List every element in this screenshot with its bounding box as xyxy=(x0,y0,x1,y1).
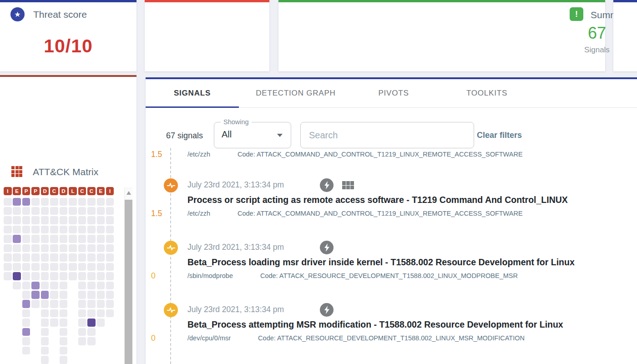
matrix-technique-cell[interactable] xyxy=(22,318,30,327)
matrix-technique-cell[interactable] xyxy=(106,198,114,206)
matrix-technique-cell-highlighted[interactable] xyxy=(41,291,49,299)
matrix-technique-cell[interactable] xyxy=(106,300,114,308)
matrix-technique-cell[interactable] xyxy=(50,253,58,262)
matrix-technique-cell[interactable] xyxy=(87,226,96,234)
matrix-technique-cell-highlighted[interactable] xyxy=(22,328,30,336)
matrix-technique-cell[interactable] xyxy=(106,226,114,234)
matrix-technique-cell[interactable] xyxy=(31,244,40,253)
matrix-technique-cell[interactable] xyxy=(87,282,96,290)
matrix-technique-cell[interactable] xyxy=(60,244,68,253)
matrix-technique-cell[interactable] xyxy=(50,207,58,215)
matrix-technique-cell-highlighted[interactable] xyxy=(13,198,21,206)
matrix-technique-cell[interactable] xyxy=(97,207,105,215)
matrix-scrollbar-up-arrow[interactable] xyxy=(126,191,131,195)
matrix-technique-cell[interactable] xyxy=(78,282,86,290)
matrix-technique-cell[interactable] xyxy=(60,347,68,355)
matrix-technique-cell[interactable] xyxy=(87,300,96,308)
matrix-technique-cell[interactable] xyxy=(87,272,96,280)
signal-row[interactable]: 1.5July 23rd 2021, 3:13:34 pmProcess or … xyxy=(146,178,637,241)
matrix-technique-cell[interactable] xyxy=(50,318,58,327)
matrix-technique-cell[interactable] xyxy=(60,226,68,234)
matrix-technique-cell[interactable] xyxy=(97,309,105,318)
matrix-technique-cell[interactable] xyxy=(13,263,21,271)
matrix-technique-cell[interactable] xyxy=(31,216,40,224)
matrix-technique-cell[interactable] xyxy=(50,282,58,290)
matrix-technique-cell[interactable] xyxy=(13,226,21,234)
matrix-technique-cell[interactable] xyxy=(41,328,49,336)
matrix-technique-cell[interactable] xyxy=(4,216,12,224)
matrix-technique-cell[interactable] xyxy=(13,282,21,290)
matrix-technique-cell[interactable] xyxy=(50,244,58,253)
matrix-tactic-header[interactable]: E xyxy=(97,187,105,195)
matrix-technique-cell[interactable] xyxy=(60,337,68,345)
matrix-tactic-header[interactable]: I xyxy=(4,187,12,195)
matrix-technique-cell[interactable] xyxy=(69,207,77,215)
matrix-technique-cell[interactable] xyxy=(41,226,49,234)
matrix-technique-cell[interactable] xyxy=(106,291,114,299)
matrix-technique-cell[interactable] xyxy=(41,309,49,318)
matrix-technique-cell[interactable] xyxy=(13,216,21,224)
matrix-technique-cell[interactable] xyxy=(87,198,96,206)
matrix-technique-cell[interactable] xyxy=(106,272,114,280)
matrix-technique-cell[interactable] xyxy=(97,263,105,271)
matrix-technique-cell[interactable] xyxy=(4,272,12,280)
matrix-technique-cell[interactable] xyxy=(97,253,105,262)
matrix-technique-cell[interactable] xyxy=(50,235,58,243)
matrix-technique-cell[interactable] xyxy=(78,216,86,224)
matrix-technique-cell[interactable] xyxy=(78,226,86,234)
matrix-technique-cell[interactable] xyxy=(50,272,58,280)
matrix-technique-cell-highlighted[interactable] xyxy=(31,291,40,299)
signal-title[interactable]: Beta_Process loading msr driver inside k… xyxy=(187,257,575,268)
tab-signals[interactable]: SIGNALS xyxy=(146,79,239,107)
matrix-technique-cell-highlighted[interactable] xyxy=(31,282,40,290)
matrix-technique-cell[interactable] xyxy=(87,263,96,271)
matrix-technique-cell[interactable] xyxy=(87,216,96,224)
matrix-technique-cell[interactable] xyxy=(69,235,77,243)
matrix-technique-cell[interactable] xyxy=(60,263,68,271)
matrix-technique-cell[interactable] xyxy=(97,282,105,290)
matrix-tactic-header[interactable]: P xyxy=(31,187,40,195)
matrix-technique-cell[interactable] xyxy=(69,253,77,262)
matrix-technique-cell[interactable] xyxy=(50,198,58,206)
matrix-technique-cell[interactable] xyxy=(41,300,49,308)
matrix-technique-cell[interactable] xyxy=(22,253,30,262)
matrix-tactic-header[interactable]: D xyxy=(60,187,68,195)
matrix-technique-cell[interactable] xyxy=(60,309,68,318)
matrix-technique-cell[interactable] xyxy=(106,235,114,243)
matrix-tactic-header[interactable]: I xyxy=(106,187,114,195)
matrix-technique-cell[interactable] xyxy=(41,347,49,355)
matrix-technique-cell[interactable] xyxy=(97,291,105,299)
matrix-technique-cell[interactable] xyxy=(22,216,30,224)
matrix-tactic-header[interactable]: L xyxy=(69,187,77,195)
tab-detection-graph[interactable]: DETECTION GRAPH xyxy=(239,79,353,107)
matrix-technique-cell[interactable] xyxy=(4,263,12,271)
matrix-technique-cell[interactable] xyxy=(106,282,114,290)
matrix-technique-cell[interactable] xyxy=(97,226,105,234)
matrix-technique-cell[interactable] xyxy=(31,198,40,206)
matrix-technique-cell[interactable] xyxy=(41,207,49,215)
matrix-technique-cell[interactable] xyxy=(78,244,86,253)
matrix-technique-cell[interactable] xyxy=(78,263,86,271)
matrix-technique-cell[interactable] xyxy=(87,291,96,299)
matrix-technique-cell[interactable] xyxy=(60,253,68,262)
signal-title[interactable]: Beta_Process attempting MSR modification… xyxy=(187,319,563,330)
matrix-technique-cell[interactable] xyxy=(97,216,105,224)
matrix-technique-cell[interactable] xyxy=(22,309,30,318)
matrix-technique-cell[interactable] xyxy=(60,282,68,290)
matrix-technique-cell[interactable] xyxy=(50,216,58,224)
matrix-tactic-header[interactable]: E xyxy=(13,187,21,195)
matrix-technique-cell[interactable] xyxy=(41,263,49,271)
matrix-technique-cell[interactable] xyxy=(31,235,40,243)
matrix-technique-cell[interactable] xyxy=(69,244,77,253)
matrix-technique-cell[interactable] xyxy=(50,300,58,308)
matrix-technique-cell[interactable] xyxy=(22,347,30,355)
matrix-technique-cell-highlighted[interactable] xyxy=(13,235,21,243)
matrix-technique-cell-highlighted[interactable] xyxy=(13,272,21,280)
showing-dropdown[interactable]: Showing All xyxy=(214,122,291,148)
matrix-tactic-header[interactable]: D xyxy=(41,187,49,195)
matrix-technique-cell[interactable] xyxy=(106,207,114,215)
matrix-technique-cell[interactable] xyxy=(78,337,86,345)
matrix-technique-cell[interactable] xyxy=(22,263,30,271)
matrix-technique-cell[interactable] xyxy=(69,272,77,280)
matrix-technique-cell[interactable] xyxy=(69,198,77,206)
